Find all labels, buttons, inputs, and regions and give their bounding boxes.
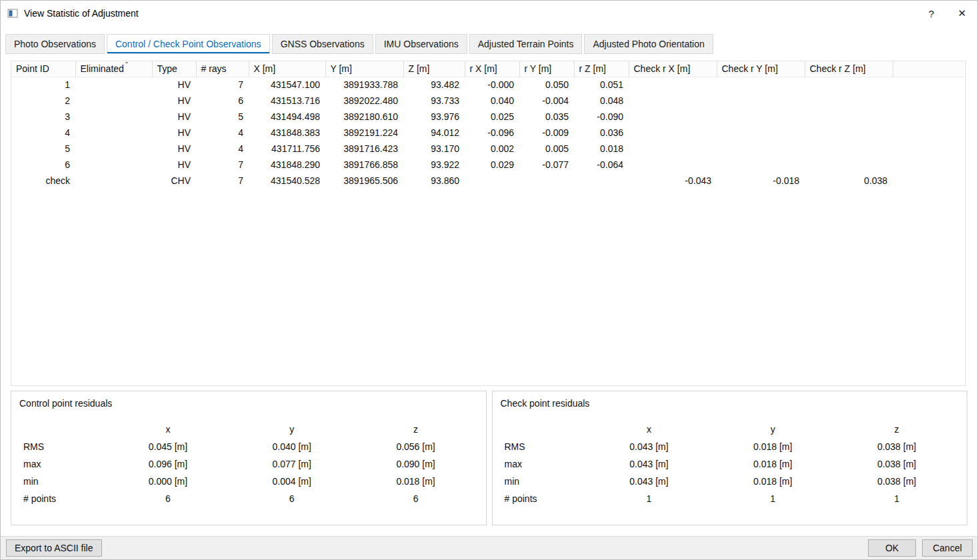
cell-r-y-m: -0.009 bbox=[519, 125, 574, 141]
residual-row-label: RMS bbox=[19, 441, 106, 452]
cell-type: CHV bbox=[152, 173, 196, 189]
column-header-eliminated[interactable]: Eliminatedˆ bbox=[75, 61, 152, 77]
cell-filler bbox=[893, 125, 965, 141]
cell-y-m: 3892022.480 bbox=[325, 93, 403, 109]
column-header-check-r-y-m[interactable]: Check r Y [m] bbox=[717, 61, 805, 77]
cell-rays: 4 bbox=[196, 125, 249, 141]
table-row[interactable]: 4HV4431848.3833892191.22494.012-0.096-0.… bbox=[11, 125, 965, 141]
cell-eliminated bbox=[75, 93, 152, 109]
cell-point-id: 2 bbox=[11, 93, 75, 109]
cancel-button[interactable]: Cancel bbox=[922, 539, 973, 557]
residual-value: 0.018 [m] bbox=[711, 459, 835, 469]
residual-value: 6 bbox=[354, 493, 478, 504]
ok-button[interactable]: OK bbox=[868, 539, 916, 557]
cell-type: HV bbox=[152, 93, 196, 109]
residual-value: 0.045 [m] bbox=[106, 441, 230, 452]
column-header-r-x-m[interactable]: r X [m] bbox=[465, 61, 519, 77]
table-row[interactable]: 1HV7431547.1003891933.78893.482-0.0000.0… bbox=[11, 77, 965, 93]
export-to-ascii-button[interactable]: Export to ASCII file bbox=[6, 539, 102, 557]
column-header-x-m[interactable]: X [m] bbox=[249, 61, 325, 77]
cell-rays: 6 bbox=[196, 93, 249, 109]
column-header-check-r-z-m[interactable]: Check r Z [m] bbox=[805, 61, 893, 77]
residual-col-header-z: z bbox=[835, 424, 959, 435]
cell-check-r-z-m bbox=[805, 157, 893, 173]
cell-r-z-m: -0.090 bbox=[574, 109, 629, 125]
cell-filler bbox=[893, 157, 965, 173]
cell-check-r-y-m bbox=[717, 157, 805, 173]
residual-value: 0.077 [m] bbox=[230, 459, 354, 469]
bottom-bar: Export to ASCII file OK Cancel bbox=[1, 536, 977, 559]
cell-filler bbox=[893, 77, 965, 93]
column-header-type[interactable]: Type bbox=[152, 61, 196, 77]
table-row[interactable]: 6HV7431848.2903891766.85893.9220.029-0.0… bbox=[11, 157, 965, 173]
cell-r-y-m: -0.004 bbox=[519, 93, 574, 109]
residual-col-header-y: y bbox=[711, 424, 835, 435]
cell-filler bbox=[893, 173, 965, 189]
residual-value: 1 bbox=[835, 493, 959, 504]
residual-value: 0.043 [m] bbox=[587, 441, 711, 452]
help-button[interactable]: ? bbox=[916, 1, 947, 26]
column-header-r-z-m[interactable]: r Z [m] bbox=[574, 61, 629, 77]
cell-x-m: 431547.100 bbox=[249, 77, 325, 93]
residual-value: 6 bbox=[230, 493, 354, 504]
cell-r-y-m: 0.005 bbox=[519, 141, 574, 157]
close-button[interactable]: ✕ bbox=[947, 1, 977, 26]
column-header-rays[interactable]: # rays bbox=[196, 61, 249, 77]
cell-z-m: 93.170 bbox=[403, 141, 465, 157]
residual-row-max: max0.043 [m]0.018 [m]0.038 [m] bbox=[501, 455, 959, 473]
residual-value: 0.038 [m] bbox=[835, 441, 959, 452]
cell-r-z-m: 0.051 bbox=[574, 77, 629, 93]
cell-z-m: 93.860 bbox=[403, 173, 465, 189]
cell-r-x-m: 0.002 bbox=[465, 141, 519, 157]
residual-value: 0.018 [m] bbox=[711, 476, 835, 487]
column-header-point-id[interactable]: Point ID bbox=[11, 61, 75, 77]
cell-check-r-z-m bbox=[805, 125, 893, 141]
cell-y-m: 3891716.423 bbox=[325, 141, 403, 157]
residual-row-min: min0.000 [m]0.004 [m]0.018 [m] bbox=[19, 473, 478, 490]
cell-rays: 5 bbox=[196, 109, 249, 125]
cell-eliminated bbox=[75, 77, 152, 93]
cell-point-id: 4 bbox=[11, 125, 75, 141]
residual-col-header-x: x bbox=[106, 424, 230, 435]
cell-eliminated bbox=[75, 109, 152, 125]
tab-adjusted-terrain-points[interactable]: Adjusted Terrain Points bbox=[469, 34, 583, 54]
residual-header-row: xyz bbox=[19, 421, 478, 438]
table-row[interactable]: 5HV4431711.7563891716.42393.1700.0020.00… bbox=[11, 141, 965, 157]
cell-x-m: 431513.716 bbox=[249, 93, 325, 109]
cell-x-m: 431540.528 bbox=[249, 173, 325, 189]
cell-z-m: 94.012 bbox=[403, 125, 465, 141]
cell-type: HV bbox=[152, 141, 196, 157]
cell-point-id: 1 bbox=[11, 77, 75, 93]
cell-y-m: 3892191.224 bbox=[325, 125, 403, 141]
column-header-r-y-m[interactable]: r Y [m] bbox=[519, 61, 574, 77]
cell-r-x-m bbox=[465, 173, 519, 189]
residual-col-header-x: x bbox=[587, 424, 711, 435]
residual-value: 0.056 [m] bbox=[354, 441, 478, 452]
control-residuals-grid: xyzRMS0.045 [m]0.040 [m]0.056 [m]max0.09… bbox=[19, 421, 478, 507]
tab-photo-observations[interactable]: Photo Observations bbox=[5, 34, 105, 54]
column-header-z-m[interactable]: Z [m] bbox=[403, 61, 465, 77]
cell-z-m: 93.922 bbox=[403, 157, 465, 173]
table-row[interactable]: 3HV5431494.4983892180.61093.9760.0250.03… bbox=[11, 109, 965, 125]
column-header-y-m[interactable]: Y [m] bbox=[325, 61, 403, 77]
cell-x-m: 431848.290 bbox=[249, 157, 325, 173]
residual-row-rms: RMS0.045 [m]0.040 [m]0.056 [m] bbox=[19, 438, 478, 455]
cell-check-r-x-m bbox=[629, 157, 717, 173]
cell-point-id: 6 bbox=[11, 157, 75, 173]
cell-check-r-x-m bbox=[629, 109, 717, 125]
table-row[interactable]: checkCHV7431540.5283891965.50693.860-0.0… bbox=[11, 173, 965, 189]
title-bar[interactable]: View Statistic of Adjustment ? ✕ bbox=[1, 1, 977, 26]
table-row[interactable]: 2HV6431513.7163892022.48093.7330.040-0.0… bbox=[11, 93, 965, 109]
tab-gnss-observations[interactable]: GNSS Observations bbox=[272, 34, 373, 54]
tab-adjusted-photo-orientation[interactable]: Adjusted Photo Orientation bbox=[584, 34, 713, 54]
residual-row-label: min bbox=[19, 476, 106, 487]
tab-control-check-point-observations[interactable]: Control / Check Point Observations bbox=[107, 34, 270, 54]
residual-value: 1 bbox=[587, 493, 711, 504]
residual-row-points: # points666 bbox=[19, 490, 478, 507]
cell-point-id: check bbox=[11, 173, 75, 189]
cell-check-r-x-m bbox=[629, 141, 717, 157]
tab-bar: Photo ObservationsControl / Check Point … bbox=[1, 26, 977, 54]
cell-eliminated bbox=[75, 173, 152, 189]
column-header-check-r-x-m[interactable]: Check r X [m] bbox=[629, 61, 717, 77]
tab-imu-observations[interactable]: IMU Observations bbox=[375, 34, 467, 54]
